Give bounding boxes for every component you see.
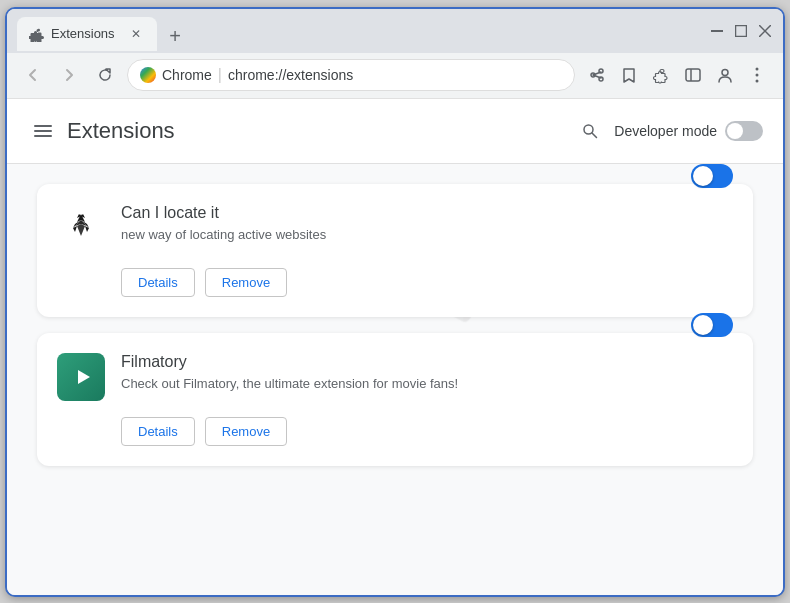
new-tab-button[interactable]: + (161, 23, 189, 51)
browser-window: Extensions ✕ + (5, 7, 785, 597)
extensions-header: Extensions Developer mode (7, 99, 783, 164)
extension-info-filmatory: Filmatory Check out Filmatory, the ultim… (121, 353, 675, 393)
svg-line-17 (592, 133, 597, 138)
tabs-area: Extensions ✕ + (17, 17, 709, 51)
browser-name-text: Chrome (162, 67, 212, 83)
svg-point-10 (756, 68, 759, 71)
svg-marker-18 (78, 370, 90, 384)
active-tab[interactable]: Extensions ✕ (17, 17, 157, 51)
details-button-filmatory[interactable]: Details (121, 417, 195, 446)
tab-extension-icon (29, 26, 45, 42)
page-content: Extensions Developer mode 🔍 riash.c (7, 99, 783, 595)
developer-mode-section: Developer mode (574, 115, 763, 147)
menu-icon-button[interactable] (743, 61, 771, 89)
extension-desc-filmatory: Check out Filmatory, the ultimate extens… (121, 375, 675, 393)
extension-info-can-locate-it: Can I locate it new way of locating acti… (121, 204, 675, 244)
svg-point-12 (756, 80, 759, 83)
extensions-icon-button[interactable] (647, 61, 675, 89)
address-url-text: chrome://extensions (228, 67, 353, 83)
close-window-button[interactable] (757, 23, 773, 39)
chrome-logo-icon (140, 67, 156, 83)
tab-close-button[interactable]: ✕ (127, 25, 145, 43)
svg-point-5 (599, 77, 603, 81)
developer-mode-label: Developer mode (614, 123, 717, 139)
minimize-button[interactable] (709, 23, 725, 39)
extension-desc-can-locate-it: new way of locating active websites (121, 226, 675, 244)
toolbar-icons (583, 61, 771, 89)
extension-card-inner: Can I locate it new way of locating acti… (57, 204, 733, 252)
extensions-list: 🔍 riash.com (7, 164, 783, 486)
developer-mode-toggle[interactable] (725, 121, 763, 141)
reload-button[interactable] (91, 61, 119, 89)
title-bar-controls (709, 23, 773, 45)
back-button[interactable] (19, 61, 47, 89)
remove-button-filmatory[interactable]: Remove (205, 417, 287, 446)
extension-actions-filmatory: Details Remove (57, 417, 733, 446)
toolbar: Chrome | chrome://extensions (7, 53, 783, 99)
extension-card-filmatory: Filmatory Check out Filmatory, the ultim… (37, 333, 753, 466)
extension-toggle-filmatory[interactable] (691, 313, 733, 337)
remove-button-can-locate-it[interactable]: Remove (205, 268, 287, 297)
forward-button[interactable] (55, 61, 83, 89)
svg-point-11 (756, 74, 759, 77)
extension-actions-can-locate-it: Details Remove (57, 268, 733, 297)
share-icon-button[interactable] (583, 61, 611, 89)
address-separator: | (218, 66, 222, 84)
maximize-button[interactable] (733, 23, 749, 39)
extension-card-inner-filmatory: Filmatory Check out Filmatory, the ultim… (57, 353, 733, 401)
extension-icon-can-locate-it (57, 204, 105, 252)
hamburger-menu-button[interactable] (27, 115, 59, 147)
title-bar: Extensions ✕ + (7, 9, 783, 53)
svg-point-9 (722, 70, 728, 76)
tab-title: Extensions (51, 26, 121, 41)
sidebar-icon-button[interactable] (679, 61, 707, 89)
svg-rect-1 (736, 25, 747, 36)
details-button-can-locate-it[interactable]: Details (121, 268, 195, 297)
svg-rect-7 (686, 69, 700, 81)
bookmark-icon-button[interactable] (615, 61, 643, 89)
extension-card-can-locate-it: Can I locate it new way of locating acti… (37, 184, 753, 317)
extension-name-can-locate-it: Can I locate it (121, 204, 675, 222)
extension-toggle-can-locate-it[interactable] (691, 164, 733, 188)
page-title: Extensions (67, 118, 574, 144)
svg-point-4 (599, 69, 603, 73)
address-bar[interactable]: Chrome | chrome://extensions (127, 59, 575, 91)
filmatory-icon-graphic (57, 353, 105, 401)
extension-name-filmatory: Filmatory (121, 353, 675, 371)
extension-icon-filmatory (57, 353, 105, 401)
search-button[interactable] (574, 115, 606, 147)
profile-icon-button[interactable] (711, 61, 739, 89)
